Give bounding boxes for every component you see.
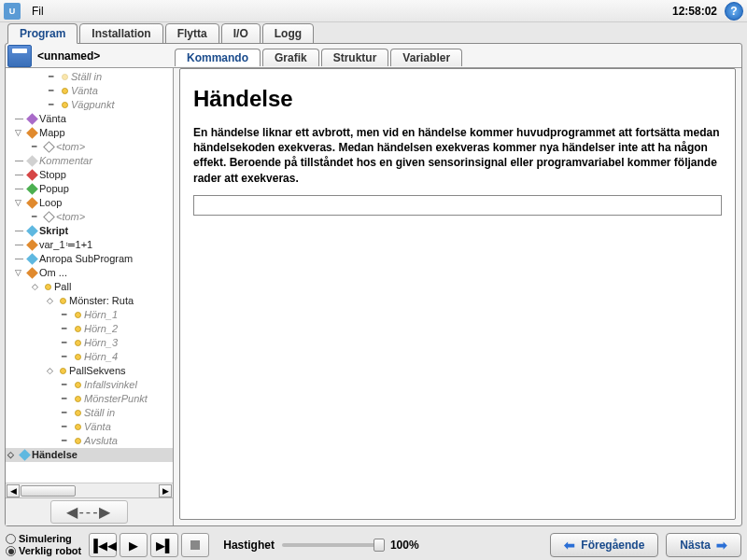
tab-flytta[interactable]: Flytta — [165, 23, 219, 44]
subtab-grafik[interactable]: Grafik — [262, 49, 319, 66]
tree-node[interactable]: —Anropa SubProgram — [6, 252, 173, 266]
app-logo: U — [4, 3, 21, 20]
expression-input[interactable] — [193, 195, 722, 216]
tree-node[interactable]: ▽Om ... — [6, 266, 173, 280]
btn-play-icon[interactable]: ▶ — [120, 533, 148, 557]
tab-installation[interactable]: Installation — [79, 23, 162, 44]
tree-node[interactable]: —Vänta — [6, 112, 173, 126]
tree-node[interactable]: —Stopp — [6, 168, 173, 182]
subtab-kommando[interactable]: Kommando — [175, 49, 261, 66]
radio-simulation[interactable]: Simulering — [6, 533, 81, 545]
program-tree[interactable]: ━Ställ in ━Vänta ━Vägpunkt —Vänta ▽Mapp … — [6, 68, 173, 483]
tree-node[interactable]: ━Ställ in — [6, 70, 173, 84]
tree-node[interactable]: ▽Loop — [6, 196, 173, 210]
tab-logg[interactable]: Logg — [262, 23, 314, 44]
tree-node[interactable]: ▽Mapp — [6, 126, 173, 140]
help-icon[interactable]: ? — [725, 2, 743, 21]
btn-skip-back-icon[interactable]: ▐◀◀ — [89, 533, 117, 557]
tree-node[interactable]: —Skript — [6, 224, 173, 238]
tree-node[interactable]: ━<tom> — [6, 210, 173, 224]
tree-node[interactable]: ━Vänta — [6, 84, 173, 98]
tree-node[interactable]: ━Hörn_4 — [6, 350, 173, 364]
radio-real-robot[interactable]: Verklig robot — [6, 545, 81, 557]
speed-slider[interactable] — [282, 543, 385, 547]
prev-button[interactable]: Föregående — [550, 533, 658, 557]
tree-node[interactable]: —var_1≔1+1 — [6, 238, 173, 252]
subtab-struktur[interactable]: Struktur — [321, 49, 389, 66]
scroll-left-icon[interactable]: ◀ — [7, 484, 20, 497]
btn-stop-icon[interactable] — [181, 533, 209, 557]
tree-node[interactable]: ◇Pall — [6, 280, 173, 294]
sub-tabs: Kommando Grafik Struktur Variabler — [169, 47, 464, 66]
speed-value: 100% — [390, 539, 419, 552]
tree-nav: ◀---▶ — [6, 497, 173, 525]
tree-node[interactable]: ━Vägpunkt — [6, 98, 173, 112]
main-tabs: Program Installation Flytta I/O Logg — [0, 23, 747, 44]
tree-node[interactable]: ━Ställ in — [6, 406, 173, 420]
tree-hscrollbar[interactable]: ◀ ▶ — [6, 483, 173, 497]
bottom-bar: Simulering Verklig robot ▐◀◀ ▶ ▶▌ Hastig… — [0, 530, 747, 560]
tree-node[interactable]: ━Hörn_3 — [6, 336, 173, 350]
next-button[interactable]: Nästa — [666, 533, 741, 557]
tab-program[interactable]: Program — [7, 23, 78, 44]
transport-controls: ▐◀◀ ▶ ▶▌ — [89, 533, 212, 557]
btn-skip-fwd-icon[interactable]: ▶▌ — [150, 533, 178, 557]
content-title: Händelse — [193, 86, 722, 112]
tree-node[interactable]: —Popup — [6, 182, 173, 196]
tree-node[interactable]: ━Hörn_2 — [6, 322, 173, 336]
workspace: <unnamed> Kommando Grafik Struktur Varia… — [5, 43, 742, 526]
tree-node[interactable]: —Kommentar — [6, 154, 173, 168]
tree-node-selected[interactable]: ◇Händelse — [6, 448, 173, 462]
file-name: <unnamed> — [34, 49, 169, 63]
right-panel: Händelse En händelse liknar ett avbrott,… — [174, 68, 741, 525]
program-tree-panel: ━Ställ in ━Vänta ━Vägpunkt —Vänta ▽Mapp … — [6, 68, 174, 525]
tree-node[interactable]: ━<tom> — [6, 140, 173, 154]
content-desc: En händelse liknar ett avbrott, men vid … — [193, 125, 722, 186]
save-icon[interactable] — [7, 45, 32, 67]
content-area: Händelse En händelse liknar ett avbrott,… — [179, 68, 736, 520]
speed-label: Hastighet — [223, 539, 275, 552]
tab-io[interactable]: I/O — [221, 23, 261, 44]
tree-node[interactable]: ◇PallSekvens — [6, 364, 173, 378]
tree-node[interactable]: ━Vänta — [6, 420, 173, 434]
menu-fil[interactable]: Fil — [24, 5, 51, 18]
tree-node[interactable]: ━Hörn_1 — [6, 308, 173, 322]
tree-nav-arrows[interactable]: ◀---▶ — [50, 500, 129, 524]
menubar: U Fil 12:58:02 ? — [0, 0, 747, 22]
tree-node[interactable]: ━Infallsvinkel — [6, 378, 173, 392]
tree-node[interactable]: ━MönsterPunkt — [6, 392, 173, 406]
tree-node[interactable]: ◇Mönster: Ruta — [6, 294, 173, 308]
file-row: <unnamed> Kommando Grafik Struktur Varia… — [6, 44, 741, 68]
tree-node[interactable]: ━Avsluta — [6, 434, 173, 448]
clock: 12:58:02 — [672, 5, 721, 18]
scroll-right-icon[interactable]: ▶ — [159, 484, 172, 497]
mode-radio-group: Simulering Verklig robot — [6, 533, 81, 557]
subtab-variabler[interactable]: Variabler — [390, 49, 462, 66]
